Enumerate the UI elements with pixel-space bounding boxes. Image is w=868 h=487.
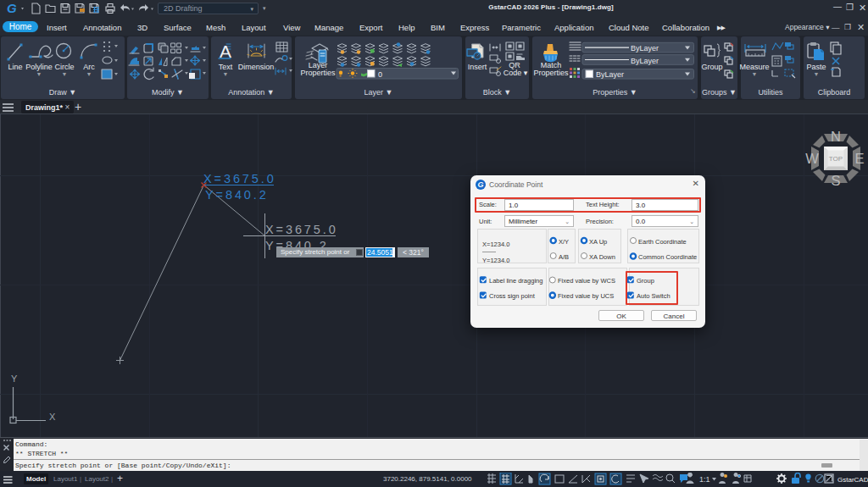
svg-text:1:1: 1:1 (699, 475, 710, 484)
svg-text:W: W (805, 151, 819, 166)
svg-text:S: S (831, 173, 840, 188)
svg-text:G: G (7, 1, 17, 15)
svg-text:N: N (831, 129, 841, 144)
svg-text:TOP: TOP (829, 155, 843, 163)
svg-text:E: E (854, 151, 864, 166)
svg-text:GstarCAD: GstarCAD (837, 476, 868, 484)
